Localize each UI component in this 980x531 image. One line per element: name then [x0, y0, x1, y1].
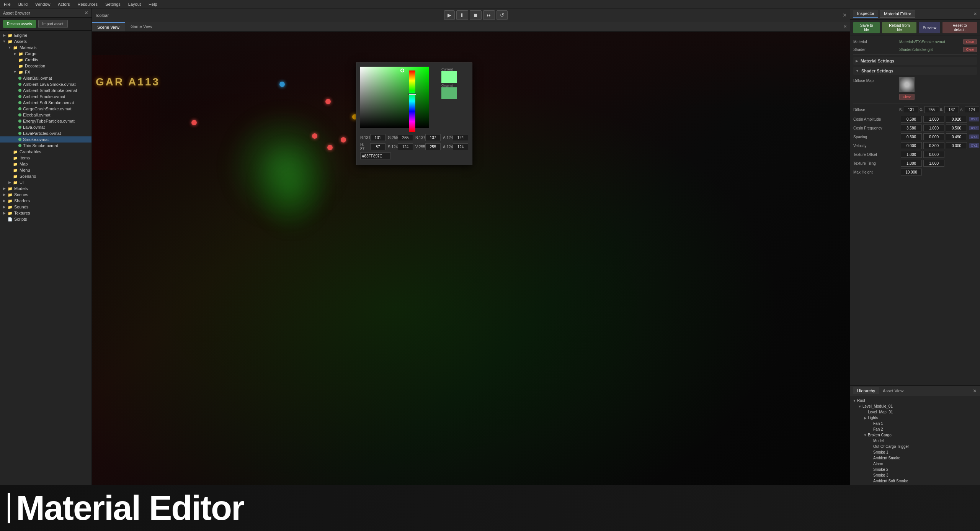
tree-item-alienball[interactable]: AlienBall.ovmat	[0, 75, 91, 81]
spacing-v1-input[interactable]	[901, 133, 922, 140]
h-root[interactable]: ▼ Root	[850, 398, 980, 403]
a2-input[interactable]	[453, 143, 468, 150]
color-gradient[interactable]	[360, 67, 429, 128]
tree-item-engine[interactable]: ▶ 📁 Engine	[0, 32, 91, 38]
tree-item-scenario[interactable]: ▶ 📁 Scenario	[0, 173, 91, 179]
cosin-freq-v1-input[interactable]	[901, 125, 922, 131]
shader-settings-section[interactable]: ▼ Shader Settings	[853, 67, 977, 75]
reset-to-default-button[interactable]: Reset to default	[942, 22, 977, 33]
tree-item-cargo[interactable]: ▶ 📁 Cargo	[0, 51, 91, 57]
diffuse-map-clear-button[interactable]: Clear	[899, 94, 915, 100]
tree-item-lavaparticles[interactable]: LavaParticles.ovmat	[0, 130, 91, 136]
tex-tiling-v2-input[interactable]	[923, 160, 944, 167]
menu-layout[interactable]: Layout	[124, 2, 145, 7]
tree-item-ambientsmallsmoke[interactable]: Ambient Small Smoke.ovmat	[0, 87, 91, 93]
inspector-close[interactable]: ✕	[973, 11, 977, 16]
tree-item-map[interactable]: ▶ 📁 Map	[0, 161, 91, 167]
hex-input[interactable]	[360, 152, 391, 159]
tree-item-smoke[interactable]: Smoke.ovmat	[0, 136, 91, 143]
cosin-amp-v1-input[interactable]	[901, 116, 922, 123]
spacing-xyz-button[interactable]: XYZ	[969, 134, 979, 139]
cosin-freq-xyz-button[interactable]: XYZ	[969, 126, 979, 130]
a-input[interactable]	[453, 134, 468, 141]
v-input[interactable]	[425, 143, 441, 150]
tree-item-lava[interactable]: Lava.ovmat	[0, 124, 91, 130]
cosin-amp-xyz-button[interactable]: XYZ	[969, 117, 979, 121]
hierarchy-close[interactable]: ✕	[973, 388, 977, 394]
cosin-amp-v3-input[interactable]	[946, 116, 967, 123]
tree-item-ambientsoft[interactable]: Ambient Soft Smoke.ovmat	[0, 100, 91, 106]
play-button[interactable]: ▶	[444, 10, 455, 20]
tree-item-textures[interactable]: ▶ 📁 Textures	[0, 210, 91, 216]
diffuse-map-thumb[interactable]	[899, 77, 915, 92]
cosin-freq-v3-input[interactable]	[946, 125, 967, 131]
tree-item-decoration[interactable]: ▶ 📁 Decoration	[0, 63, 91, 69]
h-smoke1[interactable]: ▶ Smoke 1	[850, 449, 980, 455]
diffuse-g-input[interactable]	[924, 106, 939, 113]
tree-item-thinsmoke[interactable]: Thin Smoke.ovmat	[0, 143, 91, 149]
tex-offset-v2-input[interactable]	[923, 151, 944, 158]
velocity-v3-input[interactable]	[946, 142, 967, 149]
cosin-amp-v2-input[interactable]	[923, 116, 944, 123]
spacing-v3-input[interactable]	[946, 133, 967, 140]
stop-button[interactable]: ⏹	[470, 10, 482, 20]
tree-item-materials[interactable]: ▼ 📁 Materials	[0, 44, 91, 51]
tex-tiling-v1-input[interactable]	[901, 160, 922, 167]
h-fan1[interactable]: ▶ Fan 1	[850, 421, 980, 426]
reload-from-file-button[interactable]: Reload from file	[882, 22, 916, 33]
material-clear-button[interactable]: Clear	[963, 39, 977, 44]
tree-item-ambientsmoke[interactable]: Ambient Smoke.ovmat	[0, 93, 91, 100]
tab-hierarchy[interactable]: Hierarchy	[853, 387, 879, 394]
color-hue-strip[interactable]	[409, 70, 415, 132]
tab-scene-view[interactable]: Scene View	[92, 22, 125, 31]
h-input[interactable]	[370, 143, 385, 150]
diffuse-a-input[interactable]	[965, 106, 979, 113]
tab-material-editor[interactable]: Material Editor	[880, 10, 915, 18]
tree-item-scripts[interactable]: ▶ 📄 Scripts	[0, 216, 91, 222]
rescan-assets-button[interactable]: Rescan assets	[3, 20, 36, 28]
tree-item-menu[interactable]: ▶ 📁 Menu	[0, 167, 91, 173]
diffuse-r-input[interactable]	[904, 106, 918, 113]
viewport-canvas[interactable]: GAR A113	[92, 32, 850, 493]
spacing-v2-input[interactable]	[923, 133, 944, 140]
menu-file[interactable]: File	[0, 2, 15, 7]
tree-item-grabbables[interactable]: ▶ 📁 Grabbables	[0, 149, 91, 155]
tab-game-view[interactable]: Game View	[125, 22, 158, 31]
velocity-v2-input[interactable]	[923, 142, 944, 149]
tree-item-models[interactable]: ▶ 📁 Models	[0, 185, 91, 192]
tree-item-ui[interactable]: ▶ 📁 UI	[0, 179, 91, 185]
current-color-swatch[interactable]	[441, 71, 457, 83]
tree-item-assets[interactable]: ▼ 📁 Assets	[0, 38, 91, 44]
material-settings-section[interactable]: ▶ Material Settings	[853, 57, 977, 65]
tree-item-elecball[interactable]: Elecball.ovmat	[0, 112, 91, 118]
diffuse-b-input[interactable]	[944, 106, 959, 113]
tree-item-shaders[interactable]: ▶ 📁 Shaders	[0, 198, 91, 204]
menu-resources[interactable]: Resources	[74, 2, 102, 7]
preview-button[interactable]: Preview	[919, 22, 940, 33]
h-ambientsmoke[interactable]: ▶ Ambient Smoke	[850, 455, 980, 461]
tree-item-cargocrash[interactable]: CargoCrashSmoke.ovmat	[0, 106, 91, 112]
asset-browser-close[interactable]: ✕	[84, 10, 88, 16]
cosin-freq-v2-input[interactable]	[923, 125, 944, 131]
viewport-close[interactable]: ✕	[840, 22, 850, 31]
original-color-swatch[interactable]	[441, 87, 457, 99]
tree-item-energytube[interactable]: EnergyTubeParticles.ovmat	[0, 118, 91, 124]
h-ambientsoft[interactable]: ▶ Ambient Soft Smoke	[850, 478, 980, 484]
menu-help[interactable]: Help	[145, 2, 161, 7]
h-outcargotrigger[interactable]: ▶ Out Of Cargo Trigger	[850, 444, 980, 449]
save-to-file-button[interactable]: Save to file	[853, 22, 880, 33]
h-levelmap01[interactable]: ▶ Level_Map_01	[850, 409, 980, 415]
next-button[interactable]: ⏭	[483, 10, 495, 20]
h-fan2[interactable]: ▶ Fan 2	[850, 426, 980, 432]
velocity-xyz-button[interactable]: XYZ	[969, 143, 979, 148]
tab-asset-view[interactable]: Asset View	[879, 387, 907, 394]
reload-scene-button[interactable]: ↺	[497, 10, 508, 20]
toolbar-close[interactable]: ✕	[843, 12, 847, 18]
tree-item-sounds[interactable]: ▶ 📁 Sounds	[0, 204, 91, 210]
h-model[interactable]: ▶ Model	[850, 438, 980, 444]
b-input[interactable]	[425, 134, 441, 141]
color-hue-cursor[interactable]	[408, 93, 416, 95]
s-input[interactable]	[398, 143, 413, 150]
h-brokencargo[interactable]: ▼ Broken Cargo	[850, 432, 980, 438]
color-gradient-cursor[interactable]	[400, 69, 404, 72]
